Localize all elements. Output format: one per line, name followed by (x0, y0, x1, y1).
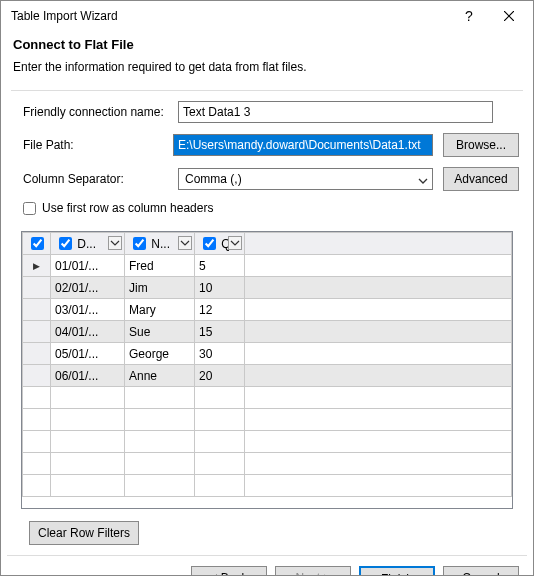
cancel-button[interactable]: Cancel (443, 566, 519, 576)
column-d-checkbox[interactable] (59, 237, 72, 250)
table-row-empty (23, 453, 512, 475)
table-row[interactable]: 05/01/... George 30 (23, 343, 512, 365)
table-row-empty (23, 475, 512, 497)
column-separator-value: Comma (,) (185, 172, 242, 186)
file-path-input[interactable]: E:\Users\mandy.doward\Documents\Data1.tx… (173, 134, 433, 156)
page-subtitle: Enter the information required to get da… (13, 60, 521, 74)
form-area: Friendly connection name: File Path: E:\… (1, 91, 533, 221)
cell-q: 20 (195, 365, 245, 387)
cell-empty (245, 255, 512, 277)
cell-n: Sue (125, 321, 195, 343)
wizard-header: Connect to Flat File Enter the informati… (1, 31, 533, 84)
cell-empty (245, 365, 512, 387)
column-header-empty (245, 233, 512, 255)
cell-n: George (125, 343, 195, 365)
connection-name-input[interactable] (178, 101, 493, 123)
grid-header-row: D... N... Q. (23, 233, 512, 255)
chevron-down-icon (418, 173, 428, 187)
back-button[interactable]: < Back (191, 566, 267, 576)
preview-grid: D... N... Q. 01/01/... (21, 231, 513, 509)
column-header-q[interactable]: Q. (195, 233, 245, 255)
row-selector[interactable] (23, 365, 51, 387)
first-row-headers-label: Use first row as column headers (42, 201, 213, 215)
table-row[interactable]: 04/01/... Sue 15 (23, 321, 512, 343)
column-n-filter-icon[interactable] (178, 236, 192, 250)
row-selector[interactable] (23, 343, 51, 365)
column-n-checkbox[interactable] (133, 237, 146, 250)
row-selector[interactable] (23, 321, 51, 343)
wizard-footer: < Back Next > Finish Cancel (1, 556, 533, 576)
browse-button[interactable]: Browse... (443, 133, 519, 157)
table-row[interactable]: 01/01/... Fred 5 (23, 255, 512, 277)
cell-empty (245, 321, 512, 343)
column-header-d[interactable]: D... (51, 233, 125, 255)
cell-n: Mary (125, 299, 195, 321)
row-selector[interactable] (23, 277, 51, 299)
row-selector[interactable] (23, 255, 51, 277)
column-d-label: D... (77, 237, 96, 251)
cell-d: 04/01/... (51, 321, 125, 343)
cell-d: 05/01/... (51, 343, 125, 365)
column-n-label: N... (151, 237, 170, 251)
column-separator-select[interactable]: Comma (,) (178, 168, 433, 190)
cell-q: 12 (195, 299, 245, 321)
cell-n: Fred (125, 255, 195, 277)
close-icon (504, 11, 514, 21)
column-separator-label: Column Separator: (23, 172, 178, 186)
cell-q: 30 (195, 343, 245, 365)
column-d-filter-icon[interactable] (108, 236, 122, 250)
table-row-empty (23, 409, 512, 431)
cell-d: 06/01/... (51, 365, 125, 387)
cell-empty (245, 277, 512, 299)
cell-d: 01/01/... (51, 255, 125, 277)
title-bar: Table Import Wizard ? (1, 1, 533, 31)
cell-q: 5 (195, 255, 245, 277)
advanced-button[interactable]: Advanced (443, 167, 519, 191)
grid-body: 01/01/... Fred 5 02/01/... Jim 10 03/01/… (23, 255, 512, 497)
file-path-label: File Path: (23, 138, 173, 152)
select-all-checkbox[interactable] (31, 237, 44, 250)
page-title: Connect to Flat File (13, 37, 521, 52)
first-row-headers-checkbox[interactable] (23, 202, 36, 215)
cell-q: 10 (195, 277, 245, 299)
grid-corner (23, 233, 51, 255)
cell-d: 03/01/... (51, 299, 125, 321)
column-header-n[interactable]: N... (125, 233, 195, 255)
cell-n: Anne (125, 365, 195, 387)
cell-d: 02/01/... (51, 277, 125, 299)
close-button[interactable] (489, 2, 529, 30)
window-title: Table Import Wizard (11, 9, 449, 23)
table-row[interactable]: 02/01/... Jim 10 (23, 277, 512, 299)
finish-button[interactable]: Finish (359, 566, 435, 576)
table-row[interactable]: 06/01/... Anne 20 (23, 365, 512, 387)
cell-empty (245, 299, 512, 321)
cell-empty (245, 343, 512, 365)
column-q-filter-icon[interactable] (228, 236, 242, 250)
table-row-empty (23, 431, 512, 453)
table-row[interactable]: 03/01/... Mary 12 (23, 299, 512, 321)
row-selector[interactable] (23, 299, 51, 321)
help-button[interactable]: ? (449, 2, 489, 30)
clear-row-filters-button[interactable]: Clear Row Filters (29, 521, 139, 545)
cell-q: 15 (195, 321, 245, 343)
file-path-value: E:\Users\mandy.doward\Documents\Data1.tx… (173, 134, 433, 156)
cell-n: Jim (125, 277, 195, 299)
connection-name-label: Friendly connection name: (23, 105, 178, 119)
table-row-empty (23, 387, 512, 409)
column-q-checkbox[interactable] (203, 237, 216, 250)
next-button[interactable]: Next > (275, 566, 351, 576)
